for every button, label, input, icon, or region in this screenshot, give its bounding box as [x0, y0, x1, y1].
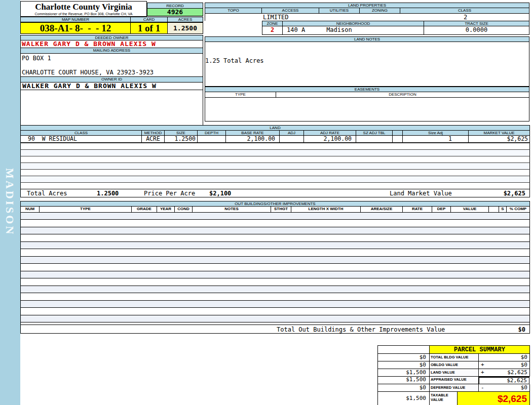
- county-header: Charlotte County Virginia Commissioner o…: [20, 1, 147, 17]
- acres-label: ACRES: [168, 17, 203, 22]
- land-table-empty-row: [20, 149, 530, 156]
- deeded-owner-value: WALKER GARY D & BROWN ALEXIS W: [20, 40, 203, 48]
- neighborhood-name: Madison: [326, 26, 352, 34]
- ob-col-dep: DEP: [432, 207, 451, 213]
- topo-label: TOPO: [205, 8, 262, 14]
- col-sz-adj-tbl: SZ ADJ TBL: [356, 131, 393, 136]
- land-sz-adj-tbl-value: [356, 136, 393, 143]
- ps-value-total-bldg: $0: [479, 354, 530, 361]
- ps-sign: +: [481, 361, 484, 369]
- ps-amount: $2,625: [507, 369, 527, 376]
- ps-amount: $0: [521, 384, 527, 391]
- col-adj: ADJ: [280, 131, 304, 136]
- district-strip: MADISON: [0, 0, 20, 405]
- mailing-address-line1: PO BOX 1: [22, 55, 203, 62]
- card-value: 1 of 1: [131, 22, 168, 34]
- class-value: 2: [401, 14, 530, 21]
- land-properties-values: LIMITED 2: [205, 14, 529, 21]
- ps-prior-obldg: $0: [377, 361, 430, 369]
- out-buildings-total-label: Total Out Buildings & Other Improvements…: [277, 326, 445, 333]
- commissioner-line: Commissioner of the Revenue, PO Box 308,…: [21, 12, 146, 16]
- owner-id-value: WALKER GARY D & BROWN ALEXIS W: [20, 83, 203, 90]
- ps-label-obldg: OBLDG VALUE: [430, 361, 479, 369]
- ps-amount: $2,625: [507, 378, 527, 384]
- land-market-value-label: Land Market Value: [390, 190, 452, 197]
- ps-prior-deferred: $0: [377, 384, 430, 392]
- ob-col-blank: [489, 207, 499, 213]
- district-name-vertical: MADISON: [3, 168, 16, 236]
- land-table-empty-row: [20, 156, 530, 163]
- land-properties-block: LAND PROPERTIES TOPO ACCESS UTILITIES ZO…: [205, 3, 529, 35]
- ps-label-total-bldg: TOTAL BLDG VALUE: [430, 354, 479, 361]
- land-adj-value: [280, 136, 304, 143]
- land-depth-value: [198, 136, 226, 143]
- ps-amount: $0: [521, 361, 527, 369]
- land-table-title: LAND: [20, 125, 530, 131]
- col-size: SIZE: [165, 131, 198, 136]
- land-note-text: 1.25 Total Acres: [205, 57, 264, 64]
- ps-label-deferred: DEFERRED VALUE: [430, 384, 479, 392]
- ob-col-value: VALUE: [451, 207, 489, 213]
- out-buildings-title: OUT BUILDINGS/OTHER IMPROVEMENTS: [20, 201, 530, 207]
- ps-sign: -: [481, 384, 484, 391]
- land-table-empty-row: [20, 169, 530, 176]
- out-buildings-empty-rows: [20, 213, 530, 325]
- land-table-row: 90 W RESIDUAL ACRE 1.2500 2,100.00 2,100…: [20, 136, 530, 143]
- land-totals-row: Total Acres 1.2500 Price Per Acre $2,100…: [20, 189, 530, 197]
- col-adj-rate: ADJ RATE: [304, 131, 356, 136]
- neighborhood-value: 140 A Madison: [283, 26, 424, 35]
- ob-col-area-size: AREA/SIZE: [361, 207, 403, 213]
- utilities-label: UTILITIES: [319, 8, 360, 14]
- total-acres-value: 1.2500: [97, 190, 119, 197]
- ps-value-land: +$2,625: [479, 369, 530, 377]
- acres-value: 1.2500: [168, 22, 203, 34]
- easements-block: EASEMENTS TYPE DESCRIPTION: [205, 87, 529, 122]
- ps-label-taxable-line1: TAXABLE: [431, 393, 457, 397]
- col-method: METHOD: [142, 131, 165, 136]
- mailing-address-line2: CHARLOTTE COURT HOUSE, VA 23923-3923: [22, 69, 203, 76]
- land-table-empty-row: [20, 182, 530, 189]
- map-number-label: MAP NUMBER: [20, 17, 131, 22]
- ob-col-rate: RATE: [403, 207, 432, 213]
- ps-value-obldg: +$0: [479, 361, 530, 369]
- price-per-acre-value: $2,100: [209, 190, 231, 197]
- out-buildings-total-value: $0: [518, 326, 525, 333]
- col-size-adj: Size Adj: [403, 131, 469, 136]
- col-blank: [393, 131, 403, 136]
- owner-block: Charlotte County Virginia Commissioner o…: [20, 1, 203, 127]
- land-market-value-total: $2,625: [504, 190, 525, 197]
- col-market-value: MARKET VALUE: [469, 131, 530, 136]
- land-notes-title: LAND NOTES: [205, 36, 529, 42]
- land-size-value: 1.2500: [165, 136, 198, 143]
- land-table-empty-row: [20, 176, 530, 182]
- easement-description-label: DESCRIPTION: [276, 92, 529, 98]
- record-value: 4926: [147, 9, 203, 16]
- ps-label-taxable: TAXABLE VALUE: [430, 392, 458, 405]
- county-title: Charlotte County Virginia: [21, 2, 146, 12]
- ps-prior-taxable: $1,500: [377, 392, 430, 405]
- ob-col-s: S: [499, 207, 507, 213]
- land-table-empty-row: [20, 163, 530, 169]
- land-notes-box: 1.25 Total Acres: [205, 42, 529, 87]
- price-per-acre-label: Price Per Acre: [144, 190, 195, 197]
- ps-header-spacer: [377, 345, 430, 354]
- land-market-value-cell: $2,625: [469, 136, 530, 143]
- land-method-value: ACRE: [142, 136, 165, 143]
- zone-label: ZONE: [262, 21, 283, 26]
- ps-prior-land: $1,500: [377, 369, 430, 377]
- ps-label-appraised: APPRAISED VALUE: [430, 377, 479, 384]
- ps-label-taxable-line2: VALUE: [431, 397, 457, 402]
- ob-col-grade: GRADE: [132, 207, 157, 213]
- land-blank-value: [393, 136, 403, 143]
- property-record-card: MADISON Charlotte County Virginia Commis…: [0, 0, 532, 405]
- easements-title: EASEMENTS: [205, 87, 529, 92]
- parcel-summary-title: PARCEL SUMMARY: [430, 345, 530, 354]
- land-table-empty-row: [20, 143, 530, 149]
- zone-value: 2: [262, 26, 283, 35]
- tract-size-label: TRACT SIZE: [424, 21, 529, 26]
- ob-col-notes: NOTES: [193, 207, 271, 213]
- parcel-summary: PARCEL SUMMARY $0 TOTAL BLDG VALUE $0 $0…: [377, 345, 530, 405]
- ps-value-deferred: -$0: [479, 384, 530, 392]
- col-class: CLASS: [20, 131, 142, 136]
- ps-sign: +: [481, 369, 484, 376]
